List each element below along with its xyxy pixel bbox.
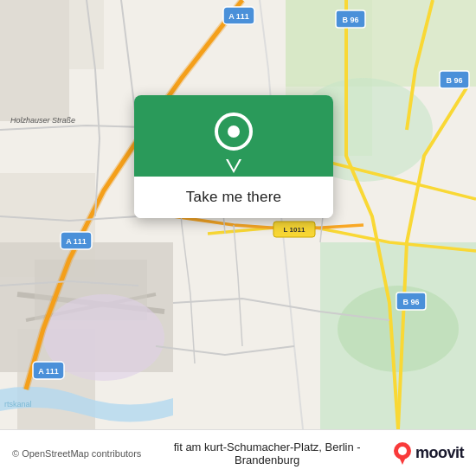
svg-marker-33 [399, 457, 406, 465]
location-pin [212, 113, 255, 163]
svg-text:Holzhauser Straße: Holzhauser Straße [10, 116, 75, 125]
map-attribution: © OpenStreetMap contributors [12, 448, 141, 459]
pin-dot [228, 125, 240, 138]
svg-text:A 111: A 111 [38, 367, 59, 376]
moovit-logo[interactable]: moovit [393, 441, 464, 466]
map-container[interactable]: rtskanal [0, 0, 476, 429]
moovit-brand-text: moovit [415, 444, 464, 462]
popup-card: Take me there [134, 95, 333, 218]
bottom-bar: © OpenStreetMap contributors fit am kurt… [0, 429, 476, 476]
popup-icon-area [134, 95, 333, 177]
place-name: fit am kurt-Schumacher-Platz, Berlin - B… [150, 441, 384, 466]
svg-text:A 111: A 111 [228, 12, 249, 21]
pin-circle [215, 113, 253, 151]
svg-rect-7 [0, 0, 69, 121]
svg-text:L 1011: L 1011 [284, 226, 306, 234]
svg-text:B 96: B 96 [342, 16, 358, 24]
svg-point-32 [398, 447, 407, 455]
svg-text:rtskanal: rtskanal [4, 400, 32, 408]
pin-tail-inner [228, 158, 240, 170]
moovit-pin-icon [393, 441, 412, 466]
svg-text:B 96: B 96 [446, 76, 462, 85]
take-me-there-button[interactable]: Take me there [134, 177, 333, 218]
svg-text:A 111: A 111 [66, 237, 87, 246]
app: rtskanal [0, 0, 476, 476]
svg-text:B 96: B 96 [402, 298, 419, 306]
